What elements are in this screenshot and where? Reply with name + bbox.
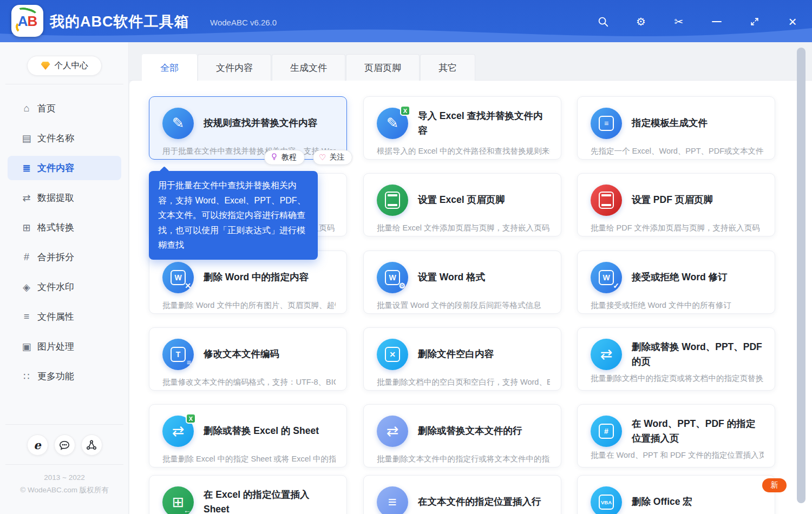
tab-all[interactable]: 全部 — [142, 54, 197, 81]
card-set-word-format[interactable]: W⚙ 设置 Word 格式 批量设置 Word 文件的段前段后间距等格式信息 — [363, 251, 561, 314]
share-network-icon — [86, 439, 97, 451]
sidebar-item-home[interactable]: ⌂首页 — [0, 94, 129, 123]
doc-pencil-excel-icon: ✎X — [377, 108, 408, 139]
sidebar: 个人中心 ⌂首页 ▤文件名称 ≣文件内容 ⇄数据提取 ⊞格式转换 #合并拆分 ◈… — [0, 42, 129, 514]
copyright-years: 2013 ~ 2022 — [0, 473, 129, 482]
blank-page-x-icon: ✕ — [377, 339, 408, 370]
insert-page-hash-icon: # — [591, 416, 622, 447]
watermark-icon: ◈ — [21, 281, 32, 293]
card-pdf-header-footer[interactable]: 设置 PDF 页眉页脚 批量给 PDF 文件添加页眉与页脚，支持嵌入页码 — [577, 173, 775, 236]
card-delete-blank-content[interactable]: ✕ 删除文件空白内容 批量删除文档中的空白页和空白行，支持 Word、Excel — [363, 327, 561, 391]
sidebar-item-data-extract[interactable]: ⇄数据提取 — [0, 183, 129, 213]
sidebar-item-file-content[interactable]: ≣文件内容 — [0, 153, 129, 183]
format-convert-icon: ⊞ — [21, 222, 32, 234]
chat-bubble-icon — [58, 439, 70, 451]
card-excel-header-footer[interactable]: 设置 Excel 页眉页脚 批量给 Excel 文件添加页眉与页脚，支持嵌入页码 — [363, 173, 561, 236]
file-content-icon: ≣ — [21, 162, 32, 174]
sidebar-item-file-props[interactable]: ≡文件属性 — [0, 302, 129, 332]
word-check-icon: W✓ — [591, 262, 622, 293]
card-delete-replace-sheet[interactable]: ⇄X 删除或替换 Excel 的 Sheet 批量删除 Excel 中的指定 S… — [149, 404, 347, 467]
sidebar-item-image-process[interactable]: ▣图片处理 — [0, 332, 129, 361]
ie-browser-icon: e — [34, 439, 41, 451]
sidebar-divider-bottom2 — [5, 464, 123, 465]
feedback-chat-button[interactable] — [54, 434, 75, 456]
data-extract-icon: ⇄ — [21, 192, 32, 204]
tutorial-label: 教程 — [281, 153, 297, 162]
search-icon[interactable] — [594, 13, 612, 30]
insert-lines-icon: ≡ — [377, 486, 408, 514]
word-delete-icon: W✕ — [162, 262, 194, 293]
titlebar: AB 我的ABC软件工具箱 WodeABC v6.26.0 ⚙ ✂ × — [0, 0, 812, 42]
copyright-owner: © WodeABC.com 版权所有 — [0, 485, 129, 495]
heart-icon: ♡ — [319, 153, 326, 162]
sidebar-item-more[interactable]: ∷更多功能 — [0, 361, 129, 391]
card-delete-office-macros[interactable]: VBA 删除 Office 宏 — [577, 475, 775, 514]
settings-gear-icon[interactable]: ⚙ — [632, 13, 650, 30]
file-name-icon: ▤ — [21, 133, 32, 144]
swap-lines-icon: ⇄ — [377, 416, 408, 447]
sidebar-nav: ⌂首页 ▤文件名称 ≣文件内容 ⇄数据提取 ⊞格式转换 #合并拆分 ◈文件水印 … — [0, 94, 129, 391]
card-delete-word-content[interactable]: W✕ 删除 Word 中的指定内容 批量删除 Word 文件中的所有图片、页眉页… — [149, 251, 347, 314]
follow-label: 关注 — [329, 153, 344, 162]
sidebar-item-file-name[interactable]: ▤文件名称 — [0, 123, 129, 153]
header-footer-page-icon — [591, 184, 622, 216]
share-network-button[interactable] — [81, 434, 102, 456]
card-generate-from-template[interactable]: ≡ 指定模板生成文件 先指定一个 Excel、Word、PPT、PDF或文本文件… — [577, 96, 775, 160]
logo-letter-b: B — [28, 13, 37, 29]
scissors-icon[interactable]: ✂ — [670, 13, 687, 30]
ie-browser-button[interactable]: e — [27, 434, 48, 456]
maximize-button[interactable] — [746, 13, 763, 30]
insert-sheet-grid-icon: ⊞← — [162, 486, 194, 514]
close-button[interactable]: × — [784, 13, 801, 30]
sidebar-item-merge-split[interactable]: #合并拆分 — [0, 242, 129, 272]
tab-file-content[interactable]: 文件内容 — [198, 54, 271, 81]
sidebar-item-format-convert[interactable]: ⊞格式转换 — [0, 213, 129, 242]
gem-icon — [41, 62, 50, 70]
text-doc-icon: T≡ — [162, 339, 194, 370]
file-props-icon: ≡ — [21, 311, 32, 322]
app-title: 我的ABC软件工具箱 — [50, 12, 189, 31]
excel-x-badge: X — [186, 413, 196, 424]
minimize-button[interactable] — [708, 13, 725, 30]
tab-generate-file[interactable]: 生成文件 — [272, 54, 345, 81]
card-description-tooltip: 用于批量在文件中查找并替换相关内容，支持 Word、Excel、PPT、PDF、… — [149, 171, 318, 260]
doc-pencil-icon: ✎ — [162, 108, 194, 139]
tutorial-button[interactable]: 教程 — [264, 150, 305, 165]
personal-center-button[interactable]: 个人中心 — [27, 56, 102, 76]
follow-button[interactable]: ♡ 关注 — [313, 150, 352, 165]
vertical-scrollbar-thumb[interactable] — [797, 48, 806, 503]
new-badge: 新 — [762, 478, 787, 492]
more-features-icon: ∷ — [21, 371, 32, 383]
excel-x-badge: X — [400, 106, 410, 116]
card-import-excel-find-replace[interactable]: ✎X 导入 Excel 查找并替换文件内容 根据导入的 Excel 中的文件路径… — [363, 96, 561, 160]
swap-pages-icon: ⇄ — [591, 339, 622, 370]
tab-header-footer[interactable]: 页眉页脚 — [346, 54, 420, 81]
card-insert-lines-at-position[interactable]: ≡ 在文本文件的指定位置插入行 — [363, 475, 561, 514]
lightbulb-icon — [270, 153, 278, 162]
merge-split-icon: # — [21, 252, 32, 263]
app-logo: AB — [11, 5, 43, 37]
card-insert-pages-at-position[interactable]: # 在 Word、PPT、PDF 的指定位置插入页 批量在 Word、PPT 和… — [577, 404, 775, 467]
image-process-icon: ▣ — [21, 341, 32, 353]
sidebar-divider-bottom1 — [5, 424, 123, 425]
card-delete-replace-pages[interactable]: ⇄ 删除或替换 Word、PPT、PDF 的页 批量删除文档中的指定页或将文档中… — [577, 327, 775, 391]
vba-macro-icon: VBA — [591, 486, 622, 514]
logo-letter-a: A — [18, 13, 28, 29]
sidebar-item-watermark[interactable]: ◈文件水印 — [0, 272, 129, 302]
personal-center-label: 个人中心 — [55, 60, 88, 71]
tooltip-text: 用于批量在文件中查找并替换相关内容，支持 Word、Excel、PPT、PDF、… — [158, 181, 306, 249]
word-gear-icon: W⚙ — [377, 262, 408, 293]
header-footer-page-icon — [377, 184, 408, 216]
sidebar-divider-top — [5, 84, 123, 84]
swap-sheet-icon: ⇄X — [162, 416, 194, 447]
stacked-docs-icon: ≡ — [591, 108, 622, 139]
tab-other[interactable]: 其它 — [420, 54, 475, 81]
card-change-text-encoding[interactable]: T≡ 修改文本文件编码 批量修改文本文件的编码格式，支持：UTF-8、BIG5 — [149, 327, 347, 391]
app-version: WodeABC v6.26.0 — [210, 18, 277, 27]
category-tabs: 全部 文件内容 生成文件 页眉页脚 其它 — [142, 54, 476, 81]
card-word-revisions[interactable]: W✓ 接受或拒绝 Word 修订 批量接受或拒绝 Word 文件中的所有修订 — [577, 251, 775, 314]
home-icon: ⌂ — [21, 103, 32, 114]
card-insert-sheet-at-position[interactable]: ⊞← 在 Excel 的指定位置插入 Sheet — [149, 475, 347, 514]
card-delete-replace-text-lines[interactable]: ⇄ 删除或替换文本文件的行 批量删除文本文件中的指定行或将文本文件中的指定 — [363, 404, 561, 467]
